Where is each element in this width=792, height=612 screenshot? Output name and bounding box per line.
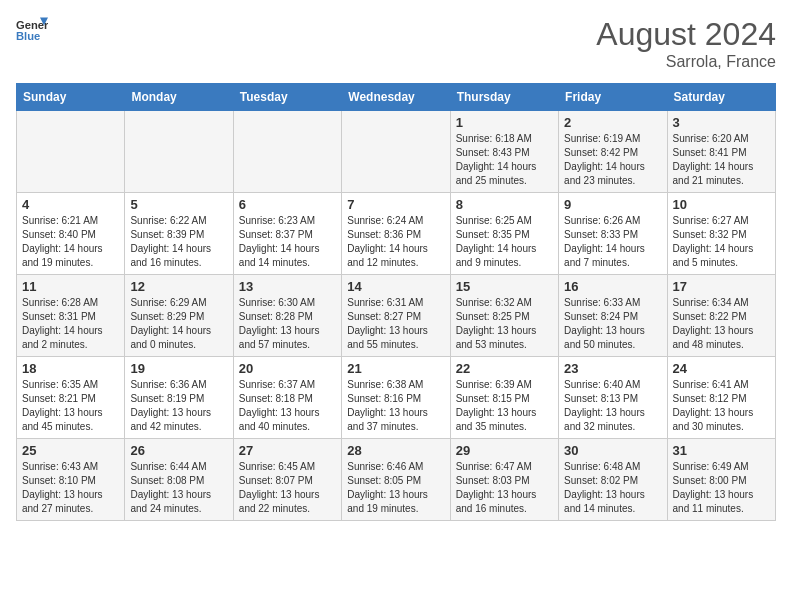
day-info: Sunrise: 6:18 AM Sunset: 8:43 PM Dayligh… <box>456 132 553 188</box>
day-number: 4 <box>22 197 119 212</box>
calendar-table: SundayMondayTuesdayWednesdayThursdayFrid… <box>16 83 776 521</box>
day-number: 2 <box>564 115 661 130</box>
day-number: 26 <box>130 443 227 458</box>
cell-week3-day1: 12Sunrise: 6:29 AM Sunset: 8:29 PM Dayli… <box>125 275 233 357</box>
page-header: General Blue August 2024 Sarrola, France <box>16 16 776 71</box>
cell-week4-day1: 19Sunrise: 6:36 AM Sunset: 8:19 PM Dayli… <box>125 357 233 439</box>
day-number: 17 <box>673 279 770 294</box>
day-info: Sunrise: 6:35 AM Sunset: 8:21 PM Dayligh… <box>22 378 119 434</box>
day-number: 9 <box>564 197 661 212</box>
day-info: Sunrise: 6:31 AM Sunset: 8:27 PM Dayligh… <box>347 296 444 352</box>
location: Sarrola, France <box>596 53 776 71</box>
day-info: Sunrise: 6:23 AM Sunset: 8:37 PM Dayligh… <box>239 214 336 270</box>
cell-week5-day2: 27Sunrise: 6:45 AM Sunset: 8:07 PM Dayli… <box>233 439 341 521</box>
day-number: 1 <box>456 115 553 130</box>
header-thursday: Thursday <box>450 84 558 111</box>
header-sunday: Sunday <box>17 84 125 111</box>
day-info: Sunrise: 6:38 AM Sunset: 8:16 PM Dayligh… <box>347 378 444 434</box>
day-number: 30 <box>564 443 661 458</box>
day-info: Sunrise: 6:48 AM Sunset: 8:02 PM Dayligh… <box>564 460 661 516</box>
cell-week5-day6: 31Sunrise: 6:49 AM Sunset: 8:00 PM Dayli… <box>667 439 775 521</box>
week-row-2: 4Sunrise: 6:21 AM Sunset: 8:40 PM Daylig… <box>17 193 776 275</box>
day-number: 13 <box>239 279 336 294</box>
day-info: Sunrise: 6:44 AM Sunset: 8:08 PM Dayligh… <box>130 460 227 516</box>
header-monday: Monday <box>125 84 233 111</box>
cell-week4-day4: 22Sunrise: 6:39 AM Sunset: 8:15 PM Dayli… <box>450 357 558 439</box>
cell-week3-day0: 11Sunrise: 6:28 AM Sunset: 8:31 PM Dayli… <box>17 275 125 357</box>
cell-week5-day4: 29Sunrise: 6:47 AM Sunset: 8:03 PM Dayli… <box>450 439 558 521</box>
day-info: Sunrise: 6:20 AM Sunset: 8:41 PM Dayligh… <box>673 132 770 188</box>
day-info: Sunrise: 6:45 AM Sunset: 8:07 PM Dayligh… <box>239 460 336 516</box>
week-row-5: 25Sunrise: 6:43 AM Sunset: 8:10 PM Dayli… <box>17 439 776 521</box>
day-info: Sunrise: 6:40 AM Sunset: 8:13 PM Dayligh… <box>564 378 661 434</box>
cell-week1-day3 <box>342 111 450 193</box>
cell-week2-day5: 9Sunrise: 6:26 AM Sunset: 8:33 PM Daylig… <box>559 193 667 275</box>
cell-week2-day6: 10Sunrise: 6:27 AM Sunset: 8:32 PM Dayli… <box>667 193 775 275</box>
day-number: 25 <box>22 443 119 458</box>
day-number: 18 <box>22 361 119 376</box>
day-info: Sunrise: 6:41 AM Sunset: 8:12 PM Dayligh… <box>673 378 770 434</box>
day-info: Sunrise: 6:30 AM Sunset: 8:28 PM Dayligh… <box>239 296 336 352</box>
day-info: Sunrise: 6:39 AM Sunset: 8:15 PM Dayligh… <box>456 378 553 434</box>
day-info: Sunrise: 6:36 AM Sunset: 8:19 PM Dayligh… <box>130 378 227 434</box>
cell-week1-day1 <box>125 111 233 193</box>
day-info: Sunrise: 6:46 AM Sunset: 8:05 PM Dayligh… <box>347 460 444 516</box>
day-info: Sunrise: 6:25 AM Sunset: 8:35 PM Dayligh… <box>456 214 553 270</box>
day-number: 19 <box>130 361 227 376</box>
cell-week5-day5: 30Sunrise: 6:48 AM Sunset: 8:02 PM Dayli… <box>559 439 667 521</box>
day-number: 11 <box>22 279 119 294</box>
cell-week5-day0: 25Sunrise: 6:43 AM Sunset: 8:10 PM Dayli… <box>17 439 125 521</box>
day-number: 7 <box>347 197 444 212</box>
header-tuesday: Tuesday <box>233 84 341 111</box>
day-number: 12 <box>130 279 227 294</box>
day-number: 14 <box>347 279 444 294</box>
cell-week2-day4: 8Sunrise: 6:25 AM Sunset: 8:35 PM Daylig… <box>450 193 558 275</box>
day-info: Sunrise: 6:28 AM Sunset: 8:31 PM Dayligh… <box>22 296 119 352</box>
cell-week1-day2 <box>233 111 341 193</box>
day-info: Sunrise: 6:19 AM Sunset: 8:42 PM Dayligh… <box>564 132 661 188</box>
cell-week4-day0: 18Sunrise: 6:35 AM Sunset: 8:21 PM Dayli… <box>17 357 125 439</box>
day-info: Sunrise: 6:29 AM Sunset: 8:29 PM Dayligh… <box>130 296 227 352</box>
day-info: Sunrise: 6:32 AM Sunset: 8:25 PM Dayligh… <box>456 296 553 352</box>
cell-week4-day6: 24Sunrise: 6:41 AM Sunset: 8:12 PM Dayli… <box>667 357 775 439</box>
week-row-1: 1Sunrise: 6:18 AM Sunset: 8:43 PM Daylig… <box>17 111 776 193</box>
days-header-row: SundayMondayTuesdayWednesdayThursdayFrid… <box>17 84 776 111</box>
cell-week4-day3: 21Sunrise: 6:38 AM Sunset: 8:16 PM Dayli… <box>342 357 450 439</box>
cell-week1-day5: 2Sunrise: 6:19 AM Sunset: 8:42 PM Daylig… <box>559 111 667 193</box>
week-row-3: 11Sunrise: 6:28 AM Sunset: 8:31 PM Dayli… <box>17 275 776 357</box>
day-info: Sunrise: 6:22 AM Sunset: 8:39 PM Dayligh… <box>130 214 227 270</box>
day-info: Sunrise: 6:33 AM Sunset: 8:24 PM Dayligh… <box>564 296 661 352</box>
month-year: August 2024 <box>596 16 776 53</box>
day-number: 22 <box>456 361 553 376</box>
day-info: Sunrise: 6:27 AM Sunset: 8:32 PM Dayligh… <box>673 214 770 270</box>
day-info: Sunrise: 6:43 AM Sunset: 8:10 PM Dayligh… <box>22 460 119 516</box>
cell-week3-day3: 14Sunrise: 6:31 AM Sunset: 8:27 PM Dayli… <box>342 275 450 357</box>
cell-week2-day1: 5Sunrise: 6:22 AM Sunset: 8:39 PM Daylig… <box>125 193 233 275</box>
title-block: August 2024 Sarrola, France <box>596 16 776 71</box>
header-friday: Friday <box>559 84 667 111</box>
day-number: 10 <box>673 197 770 212</box>
day-info: Sunrise: 6:37 AM Sunset: 8:18 PM Dayligh… <box>239 378 336 434</box>
day-number: 5 <box>130 197 227 212</box>
logo: General Blue <box>16 16 48 44</box>
day-info: Sunrise: 6:24 AM Sunset: 8:36 PM Dayligh… <box>347 214 444 270</box>
day-number: 8 <box>456 197 553 212</box>
cell-week3-day5: 16Sunrise: 6:33 AM Sunset: 8:24 PM Dayli… <box>559 275 667 357</box>
day-number: 28 <box>347 443 444 458</box>
day-number: 15 <box>456 279 553 294</box>
cell-week5-day1: 26Sunrise: 6:44 AM Sunset: 8:08 PM Dayli… <box>125 439 233 521</box>
cell-week2-day3: 7Sunrise: 6:24 AM Sunset: 8:36 PM Daylig… <box>342 193 450 275</box>
day-number: 27 <box>239 443 336 458</box>
svg-text:Blue: Blue <box>16 30 40 42</box>
cell-week5-day3: 28Sunrise: 6:46 AM Sunset: 8:05 PM Dayli… <box>342 439 450 521</box>
cell-week2-day0: 4Sunrise: 6:21 AM Sunset: 8:40 PM Daylig… <box>17 193 125 275</box>
day-number: 24 <box>673 361 770 376</box>
cell-week2-day2: 6Sunrise: 6:23 AM Sunset: 8:37 PM Daylig… <box>233 193 341 275</box>
cell-week1-day4: 1Sunrise: 6:18 AM Sunset: 8:43 PM Daylig… <box>450 111 558 193</box>
day-info: Sunrise: 6:26 AM Sunset: 8:33 PM Dayligh… <box>564 214 661 270</box>
cell-week1-day6: 3Sunrise: 6:20 AM Sunset: 8:41 PM Daylig… <box>667 111 775 193</box>
day-number: 20 <box>239 361 336 376</box>
cell-week3-day2: 13Sunrise: 6:30 AM Sunset: 8:28 PM Dayli… <box>233 275 341 357</box>
day-number: 21 <box>347 361 444 376</box>
cell-week4-day2: 20Sunrise: 6:37 AM Sunset: 8:18 PM Dayli… <box>233 357 341 439</box>
